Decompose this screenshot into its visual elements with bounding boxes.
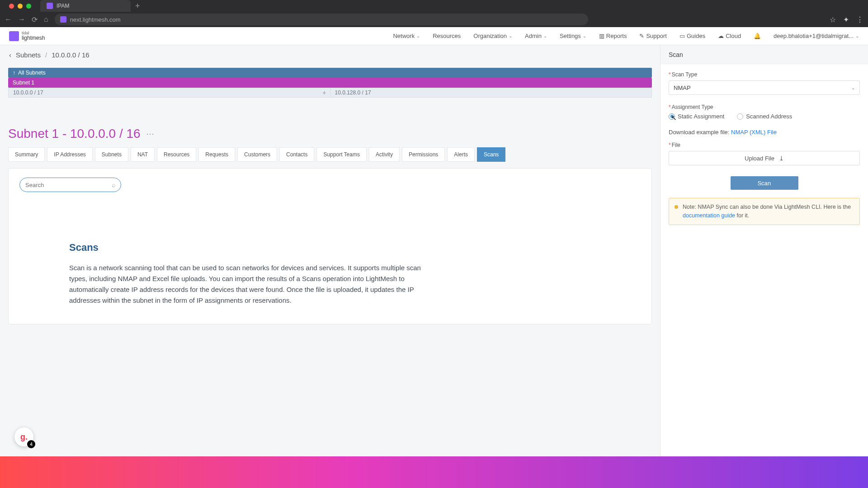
search-icon: ⌕ bbox=[112, 181, 115, 188]
scans-description: Scan is a network scanning tool that can… bbox=[69, 263, 440, 306]
tab-ip-addresses[interactable]: IP Addresses bbox=[47, 147, 93, 162]
title-more-icon[interactable]: ⋯ bbox=[146, 129, 154, 139]
chart-icon: ▥ bbox=[599, 33, 604, 39]
address-url: next.lightmesh.com bbox=[70, 16, 121, 23]
chevron-down-icon: ⌄ bbox=[583, 33, 586, 38]
scan-type-section: *Scan Type NMAP ⌄ bbox=[669, 71, 860, 95]
logo-icon bbox=[9, 31, 19, 41]
browser-tab-title: IPAM bbox=[57, 3, 69, 9]
search-input[interactable] bbox=[25, 182, 108, 188]
nav-organization[interactable]: Organization⌄ bbox=[473, 33, 512, 39]
tab-scans[interactable]: Scans bbox=[477, 147, 505, 162]
tab-subnets[interactable]: Subnets bbox=[95, 147, 128, 162]
tab-resources[interactable]: Resources bbox=[157, 147, 196, 162]
tab-contacts[interactable]: Contacts bbox=[279, 147, 314, 162]
scan-type-label: *Scan Type bbox=[669, 71, 860, 78]
close-window-icon[interactable] bbox=[9, 4, 14, 9]
content-card: ⌕ Scans Scan is a network scanning tool … bbox=[8, 168, 652, 324]
breadcrumb-back-icon[interactable]: ‹ bbox=[9, 51, 11, 59]
upload-file-button[interactable]: Upload File ⤓ bbox=[669, 151, 860, 165]
chevron-down-icon: ⌄ bbox=[509, 33, 512, 38]
main-content: ‹ Subnets / 10.0.0.0 / 16 ↑ All Subnets … bbox=[0, 45, 660, 456]
nav-cloud[interactable]: ☁Cloud bbox=[718, 33, 741, 39]
toolbar-right: ☆ ✦ ⋮ bbox=[830, 15, 863, 24]
search-box[interactable]: ⌕ bbox=[19, 178, 121, 192]
tab-support-teams[interactable]: Support Teams bbox=[316, 147, 367, 162]
breadcrumb-current: 10.0.0.0 / 16 bbox=[52, 51, 89, 59]
new-tab-button[interactable]: + bbox=[131, 1, 145, 11]
tree-subnet1[interactable]: Subnet 1 bbox=[8, 78, 652, 88]
download-example-link[interactable]: NMAP (XML) File bbox=[731, 129, 777, 136]
chevron-down-icon: ⌄ bbox=[416, 33, 420, 38]
nav-network[interactable]: Network⌄ bbox=[393, 33, 420, 39]
nav-guides[interactable]: ▭Guides bbox=[679, 33, 705, 39]
chevron-down-icon: ⌄ bbox=[851, 85, 855, 90]
chevron-down-icon: ⌄ bbox=[543, 33, 547, 38]
tab-alerts[interactable]: Alerts bbox=[447, 147, 475, 162]
address-bar[interactable]: next.lightmesh.com bbox=[55, 14, 588, 25]
reload-icon[interactable]: ⟳ bbox=[32, 15, 38, 24]
extensions-icon[interactable]: ✦ bbox=[843, 15, 849, 24]
nav-settings[interactable]: Settings⌄ bbox=[560, 33, 586, 39]
assignment-type-label: *Assignment Type bbox=[669, 104, 860, 110]
tab-customers[interactable]: Customers bbox=[237, 147, 277, 162]
browser-menu-icon[interactable]: ⋮ bbox=[856, 15, 863, 24]
nav-admin[interactable]: Admin⌄ bbox=[525, 33, 547, 39]
forward-icon[interactable]: → bbox=[18, 15, 25, 23]
floating-badge[interactable]: g. 4 bbox=[14, 427, 33, 446]
nav-notifications[interactable]: 🔔 bbox=[754, 33, 761, 39]
tree-all-subnets[interactable]: ↑ All Subnets bbox=[8, 68, 652, 78]
footer-gradient bbox=[0, 456, 868, 488]
logo-text-bottom: lightmesh bbox=[22, 35, 45, 41]
documentation-guide-link[interactable]: documentation guide bbox=[683, 212, 735, 219]
tab-requests[interactable]: Requests bbox=[198, 147, 235, 162]
assignment-type-section: *Assignment Type Static Assignment ↖ Sca… bbox=[669, 104, 860, 120]
side-panel-title: Scan bbox=[660, 45, 868, 64]
upload-icon: ⤓ bbox=[779, 155, 784, 162]
back-icon[interactable]: ← bbox=[5, 15, 12, 23]
scan-type-select[interactable]: NMAP ⌄ bbox=[669, 80, 860, 95]
browser-chrome: IPAM + ← → ⟳ ⌂ next.lightmesh.com ☆ ✦ ⋮ bbox=[0, 0, 868, 27]
tab-strip: IPAM + bbox=[0, 0, 868, 12]
nav-resources[interactable]: Resources bbox=[433, 33, 461, 39]
file-label: *File bbox=[669, 142, 860, 148]
browser-tab[interactable]: IPAM bbox=[40, 0, 131, 12]
page-title: Subnet 1 - 10.0.0.0 / 16 ⋯ bbox=[0, 98, 660, 147]
radio-scanned-address[interactable]: Scanned Address bbox=[737, 113, 792, 120]
support-icon: ✎ bbox=[639, 33, 644, 39]
badge-letter: g. bbox=[20, 432, 28, 442]
nav-support[interactable]: ✎Support bbox=[639, 33, 667, 39]
warning-icon bbox=[675, 205, 678, 209]
download-example-row: Download example file: NMAP (XML) File bbox=[669, 129, 860, 136]
detail-tabs: Summary IP Addresses Subnets NAT Resourc… bbox=[0, 147, 660, 162]
tab-permissions[interactable]: Permissions bbox=[402, 147, 445, 162]
badge-count: 4 bbox=[27, 440, 35, 448]
app-logo[interactable]: tidal lightmesh bbox=[9, 31, 45, 41]
tab-activity[interactable]: Activity bbox=[369, 147, 400, 162]
scan-button[interactable]: Scan bbox=[731, 176, 798, 190]
cloud-icon: ☁ bbox=[718, 33, 724, 39]
nav-user-menu[interactable]: deep.bhalotia+1@tidalmigrat...⌄ bbox=[774, 33, 859, 39]
tree-half-left[interactable]: 10.0.0.0 / 17 + bbox=[9, 88, 330, 97]
tree-half-right[interactable]: 10.0.128.0 / 17 bbox=[330, 88, 652, 97]
radio-static-assignment[interactable]: Static Assignment ↖ bbox=[669, 113, 724, 120]
bookmark-icon[interactable]: ☆ bbox=[830, 15, 836, 24]
file-section: *File Upload File ⤓ bbox=[669, 142, 860, 165]
nav-reports[interactable]: ▥Reports bbox=[599, 33, 627, 39]
tab-summary[interactable]: Summary bbox=[8, 147, 45, 162]
window-controls bbox=[5, 4, 36, 9]
side-panel: Scan *Scan Type NMAP ⌄ *Assignment Type … bbox=[660, 45, 868, 456]
tab-nat[interactable]: NAT bbox=[131, 147, 155, 162]
maximize-window-icon[interactable] bbox=[26, 4, 31, 9]
tree-up-icon: ↑ bbox=[13, 70, 15, 76]
tree-split-row: 10.0.0.0 / 17 + 10.0.128.0 / 17 bbox=[8, 88, 652, 98]
breadcrumb-separator: / bbox=[45, 51, 47, 59]
breadcrumb-subnets[interactable]: Subnets bbox=[16, 51, 41, 59]
chevron-down-icon: ⌄ bbox=[855, 33, 859, 38]
note-box: Note: NMAP Sync can also be done Via Lig… bbox=[669, 198, 860, 225]
home-icon[interactable]: ⌂ bbox=[44, 15, 48, 23]
radio-icon bbox=[737, 113, 743, 120]
minimize-window-icon[interactable] bbox=[18, 4, 23, 9]
breadcrumb: ‹ Subnets / 10.0.0.0 / 16 bbox=[0, 45, 660, 64]
plus-icon[interactable]: + bbox=[322, 89, 326, 96]
